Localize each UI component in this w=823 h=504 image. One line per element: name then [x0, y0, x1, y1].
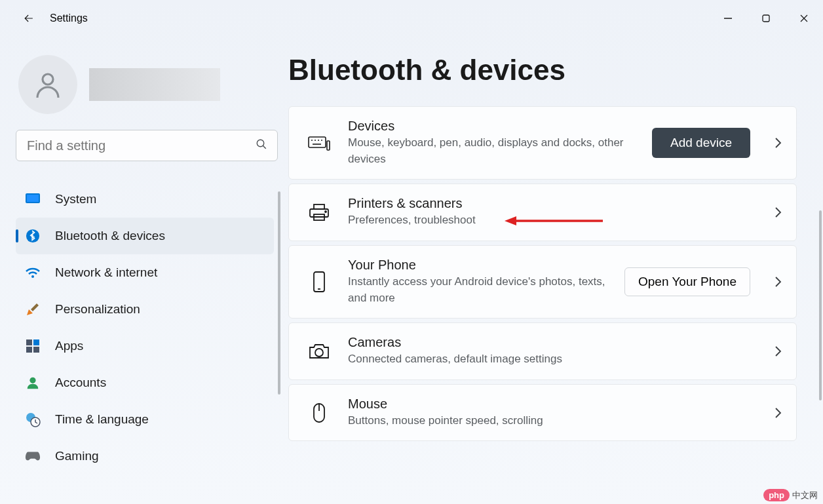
- card-desc: Instantly access your Android device's p…: [348, 274, 607, 306]
- page-title: Bluetooth & devices: [288, 54, 797, 87]
- mouse-icon: [307, 402, 331, 424]
- nav-item-gaming[interactable]: Gaming: [16, 438, 274, 475]
- chevron-right-icon: [774, 347, 783, 356]
- card-devices[interactable]: Devices Mouse, keyboard, pen, audio, dis…: [288, 106, 797, 180]
- account-icon: [25, 375, 41, 391]
- printer-icon: [307, 203, 331, 222]
- titlebar: Settings: [0, 0, 823, 37]
- minimize-button[interactable]: [709, 3, 747, 34]
- svg-point-28: [325, 211, 326, 212]
- minimize-icon: [723, 14, 733, 23]
- display-icon: [25, 191, 41, 207]
- svg-rect-18: [309, 137, 326, 147]
- nav-list: System Bluetooth & devices Network & int…: [16, 181, 280, 475]
- nav-item-personalization[interactable]: Personalization: [16, 291, 274, 328]
- nav-item-accounts[interactable]: Accounts: [16, 364, 274, 401]
- svg-rect-12: [33, 339, 39, 345]
- svg-rect-13: [26, 347, 32, 353]
- profile-block[interactable]: [16, 37, 280, 130]
- close-icon: [799, 14, 809, 23]
- card-title: Mouse: [348, 397, 757, 412]
- nav-item-time-language[interactable]: Time & language: [16, 401, 274, 438]
- svg-rect-19: [327, 141, 330, 150]
- camera-icon: [307, 342, 331, 360]
- add-device-button[interactable]: Add device: [652, 128, 750, 158]
- open-your-phone-button[interactable]: Open Your Phone: [624, 267, 750, 296]
- card-desc: Mouse, keyboard, pen, audio, displays an…: [348, 135, 635, 167]
- nav-label: Personalization: [55, 302, 140, 317]
- app-title: Settings: [50, 12, 88, 24]
- chevron-right-icon: [774, 138, 783, 147]
- svg-point-31: [315, 349, 323, 357]
- card-title: Printers & scanners: [348, 196, 757, 211]
- card-title: Your Phone: [348, 258, 607, 273]
- svg-rect-1: [763, 15, 769, 22]
- nav-label: Accounts: [55, 376, 106, 390]
- person-icon: [32, 69, 64, 100]
- wifi-icon: [25, 265, 41, 281]
- nav-label: Apps: [55, 339, 83, 353]
- back-button[interactable]: [16, 5, 42, 31]
- nav-item-bluetooth-devices[interactable]: Bluetooth & devices: [16, 218, 274, 254]
- profile-name-redacted: [89, 68, 220, 101]
- gamepad-icon: [25, 448, 41, 464]
- chevron-right-icon: [774, 408, 783, 417]
- card-desc: Buttons, mouse pointer speed, scrolling: [348, 413, 757, 429]
- svg-point-15: [29, 378, 35, 383]
- card-title: Devices: [348, 119, 635, 134]
- search-input[interactable]: [16, 130, 278, 161]
- nav-label: Gaming: [55, 449, 99, 463]
- main-content: Bluetooth & devices Devices Mouse, keybo…: [288, 37, 823, 504]
- svg-rect-11: [26, 339, 32, 345]
- maximize-button[interactable]: [747, 3, 785, 34]
- svg-point-5: [257, 140, 264, 147]
- chevron-right-icon: [774, 277, 783, 286]
- maximize-icon: [761, 14, 771, 23]
- avatar: [18, 55, 77, 114]
- clock-globe-icon: [25, 412, 41, 427]
- search-wrap: [16, 130, 278, 161]
- svg-rect-25: [310, 209, 328, 217]
- apps-icon: [25, 338, 41, 354]
- svg-rect-14: [33, 347, 39, 353]
- bluetooth-icon: [25, 228, 41, 244]
- nav-item-network[interactable]: Network & internet: [16, 254, 274, 291]
- nav-item-system[interactable]: System: [16, 181, 274, 218]
- paintbrush-icon: [25, 301, 41, 317]
- card-desc: Connected cameras, default image setting…: [348, 351, 757, 368]
- keyboard-icon: [307, 134, 331, 151]
- chevron-right-icon: [774, 208, 783, 217]
- card-title: Cameras: [348, 335, 757, 350]
- sidebar: System Bluetooth & devices Network & int…: [0, 37, 288, 504]
- close-button[interactable]: [785, 3, 823, 34]
- arrow-left-icon: [22, 12, 35, 25]
- card-printers-scanners[interactable]: Printers & scanners Preferences, trouble…: [288, 184, 797, 241]
- svg-line-6: [263, 145, 266, 149]
- window-controls: [709, 3, 823, 34]
- card-desc: Preferences, troubleshoot: [348, 212, 757, 229]
- sidebar-scrollbar[interactable]: [278, 191, 280, 395]
- nav-label: Time & language: [55, 412, 149, 427]
- card-mouse[interactable]: Mouse Buttons, mouse pointer speed, scro…: [288, 384, 797, 442]
- nav-label: System: [55, 192, 96, 206]
- nav-label: Network & internet: [55, 265, 157, 280]
- svg-rect-26: [314, 204, 324, 209]
- nav-item-apps[interactable]: Apps: [16, 328, 274, 364]
- card-your-phone[interactable]: Your Phone Instantly access your Android…: [288, 245, 797, 319]
- svg-rect-8: [27, 195, 39, 202]
- phone-icon: [307, 271, 331, 293]
- main-scrollbar[interactable]: [819, 210, 822, 400]
- svg-point-10: [31, 275, 34, 278]
- search-icon: [256, 138, 267, 153]
- svg-point-4: [43, 74, 53, 85]
- nav-label: Bluetooth & devices: [55, 229, 165, 243]
- card-cameras[interactable]: Cameras Connected cameras, default image…: [288, 322, 797, 380]
